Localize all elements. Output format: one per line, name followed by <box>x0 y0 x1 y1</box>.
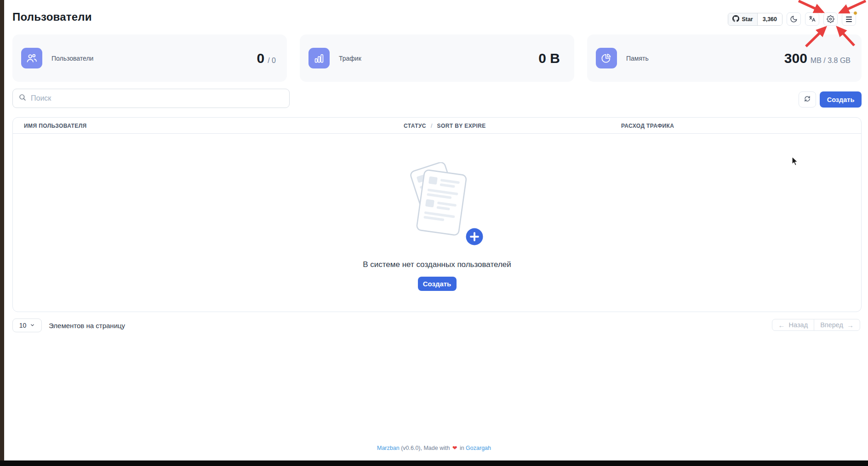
memory-unit: MB / 3.8 GB <box>811 57 851 65</box>
gozargah-link[interactable]: Gozargah <box>466 445 491 451</box>
github-star-count: 3,360 <box>758 13 782 25</box>
moon-icon <box>790 15 798 23</box>
github-logo-icon <box>732 15 739 23</box>
page-size-label: Элементов на страницу <box>49 322 125 330</box>
settings-button[interactable] <box>823 12 838 26</box>
table-header-row: ИМЯ ПОЛЬЗОВАТЕЛЯ СТАТУС / SORT BY EXPIRE… <box>13 118 861 134</box>
stat-card-traffic: Трафик 0 B <box>300 34 574 82</box>
stat-card-label: Пользователи <box>51 55 93 62</box>
header-controls: Star 3,360 <box>728 12 856 26</box>
translate-icon <box>808 15 816 23</box>
create-user-button[interactable]: Создать <box>820 91 862 108</box>
stat-card-label: Трафик <box>339 55 361 62</box>
column-header-traffic[interactable]: РАСХОД ТРАФИКА <box>621 118 674 134</box>
heart-icon: ❤ <box>451 445 458 451</box>
gear-icon <box>827 15 834 23</box>
stat-card-value: 300 MB / 3.8 GB <box>784 51 851 66</box>
column-separator: / <box>431 123 433 129</box>
chevron-down-icon <box>30 322 35 329</box>
page-size-select[interactable]: 10 <box>12 318 42 332</box>
footer-version-text: (v0.6.0), Made with <box>401 445 450 451</box>
next-label: Вперед <box>820 321 843 329</box>
refresh-button[interactable] <box>799 91 816 108</box>
github-star-button[interactable]: Star 3,360 <box>728 13 782 26</box>
users-count: 0 <box>257 51 265 66</box>
add-badge-icon <box>464 227 484 247</box>
users-page: Пользователи Star 3,360 <box>0 0 868 466</box>
memory-value: 300 <box>784 51 807 66</box>
prev-label: Назад <box>789 321 808 329</box>
bar-chart-icon <box>308 48 330 68</box>
hamburger-icon <box>846 17 852 22</box>
prev-page-button[interactable]: ← Назад <box>772 319 815 331</box>
next-page-button[interactable]: Вперед → <box>814 319 860 331</box>
github-star-label: Star <box>742 16 753 23</box>
search-input[interactable] <box>31 94 284 102</box>
marzban-link[interactable]: Marzban <box>377 445 400 451</box>
page-title: Пользователи <box>12 11 92 23</box>
column-label: ИМЯ ПОЛЬЗОВАТЕЛЯ <box>24 123 87 129</box>
stat-card-memory: Память 300 MB / 3.8 GB <box>587 34 862 82</box>
dark-mode-button[interactable] <box>787 12 801 26</box>
notification-dot <box>853 11 857 15</box>
empty-state: В системе нет созданных пользователей Со… <box>13 134 861 291</box>
refresh-icon <box>804 95 811 104</box>
empty-documents-illustration <box>384 162 490 252</box>
arrow-left-icon: ← <box>778 321 785 329</box>
stat-card-label: Память <box>626 55 649 62</box>
stat-card-users: Пользователи 0 / 0 <box>12 34 287 82</box>
users-table: ИМЯ ПОЛЬЗОВАТЕЛЯ СТАТУС / SORT BY EXPIRE… <box>12 117 862 312</box>
empty-create-button[interactable]: Создать <box>418 277 457 291</box>
search-box <box>12 89 290 108</box>
language-button[interactable] <box>805 12 819 26</box>
stat-card-value: 0 / 0 <box>257 51 276 66</box>
column-header-status-sort[interactable]: СТАТУС / SORT BY EXPIRE <box>404 118 486 134</box>
pie-chart-icon <box>596 48 617 68</box>
stat-card-value: 0 B <box>538 51 563 66</box>
search-icon <box>18 93 27 103</box>
column-label: СТАТУС <box>404 123 426 129</box>
traffic-value: 0 B <box>538 51 560 66</box>
users-icon <box>21 48 42 68</box>
arrow-right-icon: → <box>847 321 854 329</box>
menu-button[interactable] <box>842 12 856 26</box>
footer: Marzban (v0.6.0), Made with ❤ in Gozarga… <box>0 444 868 451</box>
column-header-username[interactable]: ИМЯ ПОЛЬЗОВАТЕЛЯ <box>24 118 87 134</box>
footer-in-text: in <box>460 445 464 451</box>
stat-cards: Пользователи 0 / 0 Трафик 0 B <box>12 34 862 82</box>
column-label: РАСХОД ТРАФИКА <box>621 123 674 129</box>
users-total: / 0 <box>268 57 276 65</box>
page-size-value: 10 <box>19 322 27 329</box>
pager: ← Назад Вперед → <box>772 319 860 331</box>
sort-by-expire-label: SORT BY EXPIRE <box>437 123 486 129</box>
window-edge-strip <box>0 0 4 466</box>
taskbar-strip <box>0 460 868 466</box>
empty-state-message: В системе нет созданных пользователей <box>363 260 511 269</box>
